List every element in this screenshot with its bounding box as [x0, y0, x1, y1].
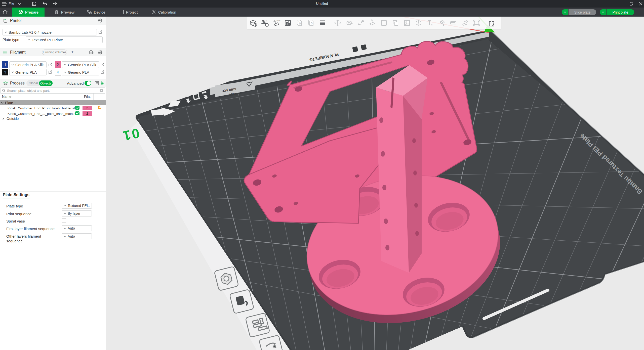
svg-text:P: P	[311, 22, 313, 25]
svg-text:a: a	[431, 23, 433, 26]
svg-text:AUTO: AUTO	[276, 20, 280, 21]
svg-text:0: 0	[299, 22, 301, 25]
